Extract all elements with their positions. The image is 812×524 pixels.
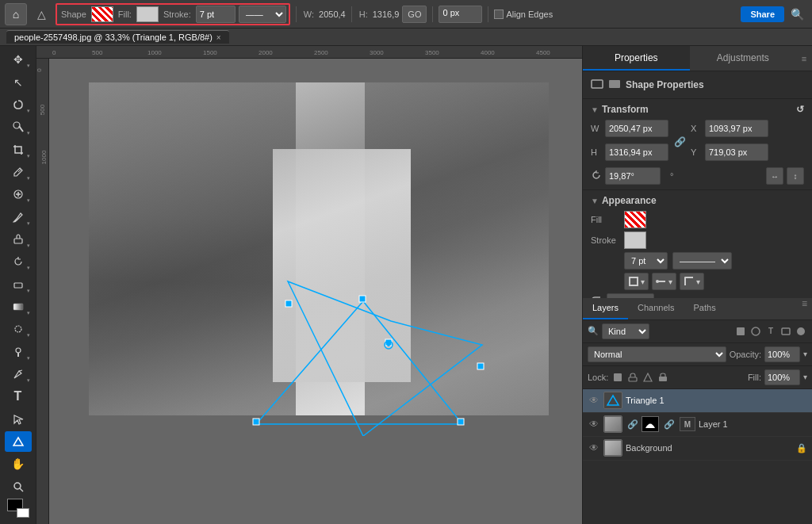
lock-artboard-icon[interactable] bbox=[642, 371, 654, 384]
eraser-tool-button[interactable] bbox=[5, 273, 32, 294]
magic-wand-button[interactable] bbox=[5, 117, 32, 137]
h-value: 1316,9 bbox=[373, 10, 400, 19]
opacity-arrow[interactable]: ▾ bbox=[803, 350, 807, 358]
layer-link-icon: 🔗 bbox=[626, 419, 640, 430]
fill-label-props: Fill bbox=[591, 215, 619, 224]
share-button[interactable]: Share bbox=[741, 6, 784, 22]
lock-all-icon[interactable] bbox=[657, 371, 669, 384]
fill-label: Fill: bbox=[117, 10, 133, 19]
healing-brush-button[interactable] bbox=[5, 184, 32, 205]
fill-swatch-panel[interactable] bbox=[624, 211, 646, 228]
blend-mode-select[interactable]: Normal bbox=[588, 346, 726, 362]
lock-proportions-button[interactable]: 🔗 bbox=[673, 129, 686, 155]
background-color[interactable] bbox=[17, 508, 29, 518]
paths-tab[interactable]: Paths bbox=[684, 298, 726, 319]
align-edges-checkbox[interactable] bbox=[494, 10, 504, 19]
type-tool-button[interactable]: T bbox=[5, 386, 32, 407]
rotate-input[interactable] bbox=[605, 167, 661, 185]
svg-rect-34 bbox=[629, 377, 637, 381]
layer1-mask-thumb bbox=[642, 416, 659, 432]
filter-adjustment-icon[interactable] bbox=[749, 325, 762, 338]
reset-transform-icon[interactable]: ↺ bbox=[796, 104, 804, 115]
stroke-cap-btn[interactable]: ▾ bbox=[652, 273, 676, 290]
layer-item-triangle1[interactable]: 👁 Triangle 1 bbox=[583, 389, 812, 413]
lasso-tool-button[interactable] bbox=[5, 94, 32, 115]
layers-panel: Layers Channels Paths ≡ 🔍 Kind bbox=[583, 298, 812, 525]
direct-select-button[interactable] bbox=[5, 409, 32, 430]
canvas-area: 0 500 1000 1500 2000 2500 3000 3500 4000… bbox=[36, 46, 582, 524]
stroke-swatch-toolbar[interactable] bbox=[136, 6, 159, 22]
lock-pixels-icon[interactable] bbox=[611, 371, 624, 384]
h-label: H: bbox=[358, 10, 370, 19]
stroke-width-input[interactable]: 7 pt bbox=[196, 6, 236, 23]
shape-properties-header: Shape Properties bbox=[583, 71, 812, 99]
canvas-content[interactable] bbox=[49, 59, 582, 524]
move-tool-button[interactable]: ✥ bbox=[5, 49, 32, 70]
tab-adjustments[interactable]: Adjustments bbox=[690, 46, 797, 71]
filter-smart-icon[interactable] bbox=[795, 325, 807, 338]
brush-tool-button[interactable] bbox=[5, 206, 32, 227]
layer-eye-layer1[interactable]: 👁 bbox=[588, 419, 600, 430]
x-input[interactable] bbox=[705, 120, 768, 137]
layers-menu-button[interactable]: ≡ bbox=[797, 298, 812, 319]
layer-eye-triangle1[interactable]: 👁 bbox=[588, 395, 600, 406]
filter-pixel-icon[interactable] bbox=[734, 325, 747, 338]
shape-properties-label: Shape Properties bbox=[626, 79, 704, 90]
layers-tab[interactable]: Layers bbox=[583, 298, 628, 319]
history-brush-button[interactable] bbox=[5, 251, 32, 272]
search-icon-toolbar[interactable]: 🔍 bbox=[787, 8, 807, 21]
flip-horizontal-button[interactable]: ↔ bbox=[766, 167, 783, 185]
y-input[interactable] bbox=[705, 143, 768, 161]
go-button[interactable]: GO bbox=[402, 6, 427, 23]
zoom-tool-button[interactable] bbox=[5, 476, 32, 497]
height-input[interactable] bbox=[605, 143, 668, 161]
width-input[interactable] bbox=[605, 120, 668, 137]
stroke-style-select[interactable]: —— bbox=[239, 6, 286, 23]
eyedropper-button[interactable] bbox=[5, 162, 32, 182]
hand-tool-button[interactable]: ✋ bbox=[5, 453, 32, 474]
clone-stamp-button[interactable] bbox=[5, 229, 32, 250]
stroke-style-select-panel[interactable]: —————— bbox=[672, 252, 732, 270]
dodge-tool-button[interactable] bbox=[5, 341, 32, 361]
layers-lock-row: Lock: Fill: ▾ bbox=[583, 366, 812, 389]
stroke-swatch-panel[interactable] bbox=[624, 231, 646, 249]
rotate-icon bbox=[591, 170, 602, 182]
align-edges-option[interactable]: Align Edges bbox=[494, 10, 553, 19]
stroke-align-btn[interactable]: ▾ bbox=[624, 273, 649, 290]
appearance-collapse-arrow[interactable]: ▼ bbox=[591, 197, 599, 205]
separator-1 bbox=[296, 6, 297, 22]
shape-tool-button[interactable] bbox=[5, 431, 32, 452]
pen-tool-button[interactable] bbox=[5, 364, 32, 384]
layers-filter-select[interactable]: Kind bbox=[602, 323, 649, 339]
crop-tool-button[interactable] bbox=[5, 139, 32, 159]
flip-vertical-button[interactable]: ↕ bbox=[787, 167, 804, 185]
corner-radius-input-toolbar[interactable]: 0 px bbox=[439, 6, 482, 23]
stroke-corner-btn[interactable]: ▾ bbox=[680, 273, 704, 290]
stroke-width-select[interactable]: 7 pt bbox=[624, 252, 668, 270]
tab-properties[interactable]: Properties bbox=[583, 46, 690, 71]
home-button[interactable]: ⌂ bbox=[5, 3, 27, 25]
filter-shape-icon[interactable] bbox=[779, 325, 792, 338]
gradient-tool-button[interactable] bbox=[5, 296, 32, 317]
panel-menu-button[interactable]: ≡ bbox=[796, 46, 812, 71]
fill-arrow[interactable]: ▾ bbox=[803, 373, 807, 381]
select-tool-button[interactable]: ↖ bbox=[5, 71, 32, 92]
transform-collapse-arrow[interactable]: ▼ bbox=[591, 105, 599, 114]
blur-tool-button[interactable] bbox=[5, 319, 32, 339]
layer-eye-background[interactable]: 👁 bbox=[588, 442, 600, 453]
rotate-row: ° ↔ ↕ bbox=[591, 167, 804, 185]
triangle-menu-button[interactable]: △ bbox=[30, 3, 52, 25]
layer-name-layer1: Layer 1 bbox=[699, 419, 807, 429]
svg-rect-7 bbox=[14, 283, 22, 288]
fill-swatch-toolbar[interactable] bbox=[91, 6, 113, 22]
layer1-filter-thumb: M bbox=[680, 417, 695, 431]
fill-input-layers[interactable] bbox=[764, 369, 800, 385]
filter-type-icon[interactable]: T bbox=[764, 325, 777, 338]
opacity-input[interactable] bbox=[764, 346, 800, 362]
layer-item-layer1[interactable]: 👁 🔗 🔗 M Layer 1 bbox=[583, 413, 812, 437]
lock-position-icon[interactable] bbox=[626, 371, 639, 384]
layer-item-background[interactable]: 👁 Background 🔒 bbox=[583, 437, 812, 461]
tab-close-button[interactable]: × bbox=[216, 33, 221, 42]
channels-tab[interactable]: Channels bbox=[628, 298, 684, 319]
canvas-tab[interactable]: people-2557498.jpg @ 33,3% (Triangle 1, … bbox=[6, 30, 229, 44]
